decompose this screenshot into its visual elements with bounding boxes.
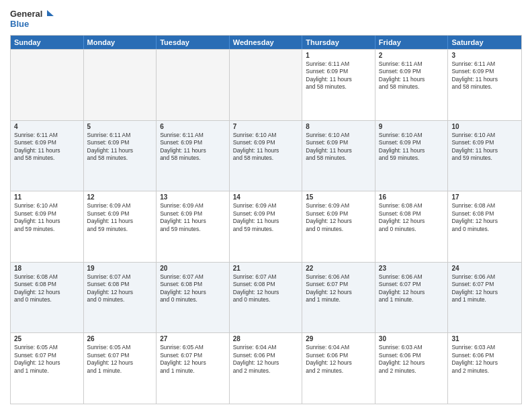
day-cell-29: 29Sunrise: 6:04 AMSunset: 6:06 PMDayligh… bbox=[302, 333, 375, 404]
day-cell-22: 22Sunrise: 6:06 AMSunset: 6:07 PMDayligh… bbox=[302, 263, 375, 333]
empty-cell bbox=[11, 50, 84, 120]
header-day-thursday: Thursday bbox=[302, 36, 375, 49]
svg-text:Blue: Blue bbox=[10, 19, 29, 29]
day-cell-13: 13Sunrise: 6:09 AMSunset: 6:09 PMDayligh… bbox=[157, 191, 230, 262]
day-cell-5: 5Sunrise: 6:11 AMSunset: 6:09 PMDaylight… bbox=[84, 121, 157, 191]
day-info: Sunrise: 6:05 AMSunset: 6:07 PMDaylight:… bbox=[160, 344, 226, 375]
day-info: Sunrise: 6:07 AMSunset: 6:08 PMDaylight:… bbox=[160, 273, 226, 304]
day-cell-27: 27Sunrise: 6:05 AMSunset: 6:07 PMDayligh… bbox=[157, 333, 230, 404]
day-info: Sunrise: 6:11 AMSunset: 6:09 PMDaylight:… bbox=[451, 60, 518, 91]
day-number: 22 bbox=[306, 265, 371, 272]
day-cell-4: 4Sunrise: 6:11 AMSunset: 6:09 PMDaylight… bbox=[11, 121, 84, 191]
logo: General Blue bbox=[10, 7, 57, 31]
day-number: 5 bbox=[87, 123, 153, 130]
day-number: 27 bbox=[160, 335, 226, 342]
logo-svg: General Blue bbox=[10, 7, 57, 31]
day-number: 14 bbox=[233, 193, 299, 201]
day-info: Sunrise: 6:03 AMSunset: 6:06 PMDaylight:… bbox=[379, 344, 445, 375]
calendar-row-2: 11Sunrise: 6:10 AMSunset: 6:09 PMDayligh… bbox=[11, 191, 521, 262]
day-number: 29 bbox=[306, 335, 371, 342]
day-number: 1 bbox=[306, 52, 371, 59]
header-day-friday: Friday bbox=[375, 36, 449, 49]
day-info: Sunrise: 6:09 AMSunset: 6:09 PMDaylight:… bbox=[160, 202, 226, 233]
day-cell-9: 9Sunrise: 6:10 AMSunset: 6:09 PMDaylight… bbox=[375, 121, 449, 191]
day-cell-25: 25Sunrise: 6:05 AMSunset: 6:07 PMDayligh… bbox=[11, 333, 84, 404]
day-info: Sunrise: 6:09 AMSunset: 6:09 PMDaylight:… bbox=[233, 202, 299, 233]
empty-cell bbox=[230, 50, 303, 120]
svg-text:General: General bbox=[10, 9, 42, 19]
day-cell-30: 30Sunrise: 6:03 AMSunset: 6:06 PMDayligh… bbox=[375, 333, 449, 404]
day-info: Sunrise: 6:08 AMSunset: 6:08 PMDaylight:… bbox=[14, 273, 80, 304]
day-number: 31 bbox=[451, 335, 518, 342]
day-cell-7: 7Sunrise: 6:10 AMSunset: 6:09 PMDaylight… bbox=[230, 121, 303, 191]
day-number: 11 bbox=[14, 193, 80, 201]
calendar-header: SundayMondayTuesdayWednesdayThursdayFrid… bbox=[11, 36, 521, 49]
day-cell-15: 15Sunrise: 6:09 AMSunset: 6:09 PMDayligh… bbox=[302, 191, 375, 262]
day-number: 28 bbox=[233, 335, 299, 342]
day-cell-1: 1Sunrise: 6:11 AMSunset: 6:09 PMDaylight… bbox=[302, 50, 375, 120]
day-number: 4 bbox=[14, 123, 80, 130]
day-info: Sunrise: 6:07 AMSunset: 6:08 PMDaylight:… bbox=[233, 273, 299, 304]
page: General Blue SundayMondayTuesdayWednesda… bbox=[0, 0, 532, 411]
day-number: 7 bbox=[233, 123, 299, 130]
day-number: 21 bbox=[233, 265, 299, 272]
day-info: Sunrise: 6:10 AMSunset: 6:09 PMDaylight:… bbox=[14, 202, 80, 233]
day-cell-11: 11Sunrise: 6:10 AMSunset: 6:09 PMDayligh… bbox=[11, 191, 84, 262]
day-cell-20: 20Sunrise: 6:07 AMSunset: 6:08 PMDayligh… bbox=[157, 263, 230, 333]
day-number: 30 bbox=[379, 335, 445, 342]
day-number: 26 bbox=[87, 335, 153, 342]
day-number: 15 bbox=[306, 193, 371, 201]
day-cell-26: 26Sunrise: 6:05 AMSunset: 6:07 PMDayligh… bbox=[84, 333, 157, 404]
day-info: Sunrise: 6:03 AMSunset: 6:06 PMDaylight:… bbox=[451, 344, 518, 375]
day-cell-21: 21Sunrise: 6:07 AMSunset: 6:08 PMDayligh… bbox=[230, 263, 303, 333]
day-info: Sunrise: 6:10 AMSunset: 6:09 PMDaylight:… bbox=[233, 132, 299, 163]
day-cell-31: 31Sunrise: 6:03 AMSunset: 6:06 PMDayligh… bbox=[448, 333, 521, 404]
day-info: Sunrise: 6:04 AMSunset: 6:06 PMDaylight:… bbox=[306, 344, 371, 375]
day-number: 25 bbox=[14, 335, 80, 342]
empty-cell bbox=[157, 50, 230, 120]
day-info: Sunrise: 6:05 AMSunset: 6:07 PMDaylight:… bbox=[87, 344, 153, 375]
day-cell-3: 3Sunrise: 6:11 AMSunset: 6:09 PMDaylight… bbox=[448, 50, 521, 120]
day-cell-16: 16Sunrise: 6:08 AMSunset: 6:08 PMDayligh… bbox=[375, 191, 449, 262]
header-day-wednesday: Wednesday bbox=[230, 36, 303, 49]
day-info: Sunrise: 6:08 AMSunset: 6:08 PMDaylight:… bbox=[451, 202, 518, 233]
day-number: 2 bbox=[379, 52, 445, 59]
day-number: 16 bbox=[379, 193, 445, 201]
calendar-body: 1Sunrise: 6:11 AMSunset: 6:09 PMDaylight… bbox=[11, 49, 521, 404]
day-number: 20 bbox=[160, 265, 226, 272]
day-cell-28: 28Sunrise: 6:04 AMSunset: 6:06 PMDayligh… bbox=[230, 333, 303, 404]
day-info: Sunrise: 6:04 AMSunset: 6:06 PMDaylight:… bbox=[233, 344, 299, 375]
header: General Blue bbox=[10, 7, 522, 31]
calendar-row-3: 18Sunrise: 6:08 AMSunset: 6:08 PMDayligh… bbox=[11, 262, 521, 333]
day-info: Sunrise: 6:10 AMSunset: 6:09 PMDaylight:… bbox=[306, 132, 371, 163]
day-cell-12: 12Sunrise: 6:09 AMSunset: 6:09 PMDayligh… bbox=[84, 191, 157, 262]
day-number: 13 bbox=[160, 193, 226, 201]
day-number: 9 bbox=[379, 123, 445, 130]
day-cell-8: 8Sunrise: 6:10 AMSunset: 6:09 PMDaylight… bbox=[302, 121, 375, 191]
day-cell-19: 19Sunrise: 6:07 AMSunset: 6:08 PMDayligh… bbox=[84, 263, 157, 333]
day-cell-10: 10Sunrise: 6:10 AMSunset: 6:09 PMDayligh… bbox=[448, 121, 521, 191]
day-number: 18 bbox=[14, 265, 80, 272]
day-info: Sunrise: 6:06 AMSunset: 6:07 PMDaylight:… bbox=[451, 273, 518, 304]
calendar-row-1: 4Sunrise: 6:11 AMSunset: 6:09 PMDaylight… bbox=[11, 120, 521, 191]
empty-cell bbox=[84, 50, 157, 120]
day-cell-18: 18Sunrise: 6:08 AMSunset: 6:08 PMDayligh… bbox=[11, 263, 84, 333]
day-info: Sunrise: 6:08 AMSunset: 6:08 PMDaylight:… bbox=[379, 202, 445, 233]
day-number: 24 bbox=[451, 265, 518, 272]
header-day-monday: Monday bbox=[84, 36, 157, 49]
svg-marker-2 bbox=[47, 10, 54, 16]
day-info: Sunrise: 6:10 AMSunset: 6:09 PMDaylight:… bbox=[451, 132, 518, 163]
day-info: Sunrise: 6:11 AMSunset: 6:09 PMDaylight:… bbox=[87, 132, 153, 163]
day-number: 17 bbox=[451, 193, 518, 201]
day-number: 3 bbox=[451, 52, 518, 59]
day-info: Sunrise: 6:11 AMSunset: 6:09 PMDaylight:… bbox=[306, 60, 371, 91]
day-number: 10 bbox=[451, 123, 518, 130]
day-info: Sunrise: 6:10 AMSunset: 6:09 PMDaylight:… bbox=[379, 132, 445, 163]
day-number: 23 bbox=[379, 265, 445, 272]
calendar: SundayMondayTuesdayWednesdayThursdayFrid… bbox=[10, 35, 522, 404]
day-info: Sunrise: 6:11 AMSunset: 6:09 PMDaylight:… bbox=[14, 132, 80, 163]
day-number: 6 bbox=[160, 123, 226, 130]
header-day-saturday: Saturday bbox=[448, 36, 521, 49]
day-info: Sunrise: 6:06 AMSunset: 6:07 PMDaylight:… bbox=[379, 273, 445, 304]
day-info: Sunrise: 6:09 AMSunset: 6:09 PMDaylight:… bbox=[87, 202, 153, 233]
